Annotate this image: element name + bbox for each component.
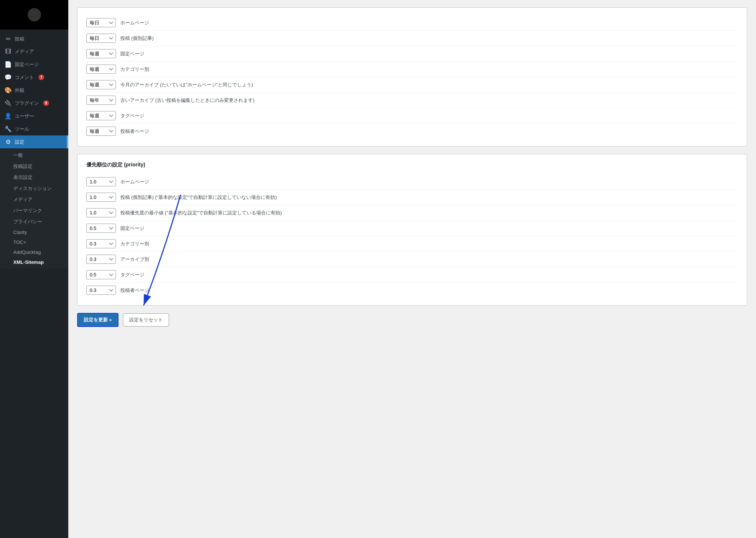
sidebar-label-settings: 設定: [15, 139, 24, 145]
comments-badge: 7: [38, 75, 44, 80]
freq-row-2: 毎週 毎時 毎日 毎月 毎年 固定ページ: [86, 46, 738, 62]
priority-label-posts-min: 投稿優先度の最小値 ("基本的な設定"で自動計算に設定している場合に有効): [120, 210, 282, 216]
submenu-writing[interactable]: 投稿設定: [0, 161, 68, 172]
pages-icon: 📄: [4, 61, 12, 68]
main-content: 毎日 毎時 毎週 毎月 毎年 ホームページ 毎日 毎時 毎週 毎月 毎年 投稿 …: [68, 0, 756, 538]
freq-select-posts[interactable]: 毎日 毎時 毎週 毎月 毎年: [86, 34, 116, 43]
priority-row-4: 0.31.00.90.8 0.70.60.50.4 0.20.10.0 カテゴリ…: [86, 236, 738, 252]
freq-label-categories: カテゴリー別: [120, 66, 149, 73]
freq-row-7: 毎週 毎時 毎日 毎月 毎年 投稿者ページ: [86, 124, 738, 139]
frequency-section: 毎日 毎時 毎週 毎月 毎年 ホームページ 毎日 毎時 毎週 毎月 毎年 投稿 …: [77, 7, 747, 146]
priority-select-posts-min[interactable]: 1.00.90.80.7 0.60.50.40.3 0.20.10.0: [86, 208, 116, 217]
actions-bar: 設定を更新 » 設定をリセット: [77, 313, 747, 327]
sidebar-item-comments[interactable]: 💬 コメント 7: [0, 71, 68, 84]
submenu-media[interactable]: メディア: [0, 194, 68, 205]
priority-row-1: 1.00.90.80.7 0.60.50.40.3 0.20.10.0 投稿 (…: [86, 190, 738, 205]
submenu-privacy[interactable]: プライバシー: [0, 216, 68, 227]
priority-label-pages: 固定ページ: [120, 225, 144, 232]
submenu-clarity[interactable]: Clarity: [0, 227, 68, 237]
priority-label-posts: 投稿 (個別記事) ("基本的な設定"で自動計算に設定していない場合に有効): [120, 194, 277, 201]
freq-select-pages[interactable]: 毎週 毎時 毎日 毎月 毎年: [86, 49, 116, 58]
submenu-toc[interactable]: TOC+: [0, 237, 68, 247]
plugins-badge: 9: [43, 100, 49, 106]
submenu-permalink[interactable]: パーマリンク: [0, 205, 68, 216]
sidebar: ✏ 投稿 🎞 メディア 📄 固定ページ 💬 コメント 7 🎨 外観 🔌 プラグイ…: [0, 0, 68, 538]
freq-label-tags: タグページ: [120, 113, 144, 119]
wp-icon: [28, 8, 41, 21]
sidebar-label-appearance: 外観: [15, 87, 24, 94]
sidebar-item-appearance[interactable]: 🎨 外観: [0, 84, 68, 97]
submenu-general[interactable]: 一般: [0, 150, 68, 161]
priority-select-pages[interactable]: 0.51.00.90.8 0.70.60.40.3 0.20.10.0: [86, 224, 116, 233]
users-icon: 👤: [4, 113, 12, 120]
priority-row-2: 1.00.90.80.7 0.60.50.40.3 0.20.10.0 投稿優先…: [86, 205, 738, 221]
sidebar-item-media[interactable]: 🎞 メディア: [0, 45, 68, 58]
priority-label-archive: アーカイブ別: [120, 256, 149, 263]
freq-row-5: 毎年 毎時 毎日 毎週 毎月 古いアーカイブ (古い投稿を編集したときにのみ変更…: [86, 93, 738, 108]
submenu-addquicktag[interactable]: AddQuicktag: [0, 247, 68, 257]
priority-row-5: 0.31.00.90.8 0.70.60.50.4 0.20.10.0 アーカイ…: [86, 252, 738, 267]
sidebar-label-tools: ツール: [15, 126, 29, 132]
freq-label-homepage: ホームページ: [120, 20, 149, 26]
reset-settings-button[interactable]: 設定をリセット: [123, 313, 169, 327]
save-settings-button[interactable]: 設定を更新 »: [77, 313, 118, 327]
freq-row-3: 毎週 毎時 毎日 毎月 毎年 カテゴリー別: [86, 62, 738, 77]
priority-label-author: 投稿者ページ: [120, 287, 149, 294]
freq-select-tags[interactable]: 毎週 毎時 毎日 毎月 毎年: [86, 111, 116, 120]
actions-wrapper: 設定を更新 » 設定をリセット: [77, 313, 747, 327]
freq-label-pages: 固定ページ: [120, 51, 144, 57]
sidebar-label-media: メディア: [15, 48, 34, 55]
priority-row-6: 0.51.00.90.8 0.70.60.40.3 0.20.10.0 タグペー…: [86, 267, 738, 283]
priority-row-3: 0.51.00.90.8 0.70.60.40.3 0.20.10.0 固定ペー…: [86, 221, 738, 236]
priority-select-posts[interactable]: 1.00.90.80.7 0.60.50.40.3 0.20.10.0: [86, 193, 116, 202]
freq-select-month-archive[interactable]: 毎週 毎時 毎日 毎月 毎年: [86, 80, 116, 89]
sidebar-item-pages[interactable]: 📄 固定ページ: [0, 58, 68, 71]
sidebar-label-plugins: プラグイン: [15, 100, 39, 107]
priority-label-homepage: ホームページ: [120, 179, 149, 185]
sidebar-label-pages: 固定ページ: [15, 61, 39, 68]
priority-section: 優先順位の設定 (priority) 1.00.90.80.7 0.60.50.…: [77, 154, 747, 306]
priority-select-homepage[interactable]: 1.00.90.80.7 0.60.50.40.3 0.20.10.0: [86, 177, 116, 186]
sidebar-label-posts: 投稿: [15, 36, 24, 42]
sidebar-menu: ✏ 投稿 🎞 メディア 📄 固定ページ 💬 コメント 7 🎨 外観 🔌 プラグイ…: [0, 30, 68, 538]
wp-logo: [0, 0, 68, 30]
freq-label-posts: 投稿 (個別記事): [120, 35, 154, 42]
priority-select-tags[interactable]: 0.51.00.90.8 0.70.60.40.3 0.20.10.0: [86, 270, 116, 279]
priority-label-tags: タグページ: [120, 272, 144, 278]
freq-select-author[interactable]: 毎週 毎時 毎日 毎月 毎年: [86, 127, 116, 136]
settings-submenu: 一般 投稿設定 表示設定 ディスカッション メディア パーマリンク プライバシー…: [0, 148, 68, 269]
submenu-xml-sitemap[interactable]: XML-Sitemap: [0, 257, 68, 267]
freq-row-4: 毎週 毎時 毎日 毎月 毎年 今月のアーカイブ (たいていは"ホームページ"と同…: [86, 77, 738, 93]
priority-select-author[interactable]: 0.31.00.90.8 0.70.60.50.4 0.20.10.0: [86, 286, 116, 295]
freq-row-1: 毎日 毎時 毎週 毎月 毎年 投稿 (個別記事): [86, 31, 738, 46]
sidebar-label-comments: コメント: [15, 74, 34, 81]
freq-label-old-archive: 古いアーカイブ (古い投稿を編集したときにのみ変更されます): [120, 97, 254, 104]
appearance-icon: 🎨: [4, 87, 12, 94]
freq-select-categories[interactable]: 毎週 毎時 毎日 毎月 毎年: [86, 65, 116, 74]
active-indicator: [67, 135, 68, 148]
freq-row-0: 毎日 毎時 毎週 毎月 毎年 ホームページ: [86, 15, 738, 31]
submenu-reading[interactable]: 表示設定: [0, 172, 68, 183]
sidebar-item-users[interactable]: 👤 ユーザー: [0, 110, 68, 123]
posts-icon: ✏: [4, 35, 12, 42]
sidebar-item-posts[interactable]: ✏ 投稿: [0, 32, 68, 45]
sidebar-item-plugins[interactable]: 🔌 プラグイン 9: [0, 97, 68, 110]
priority-select-categories[interactable]: 0.31.00.90.8 0.70.60.50.4 0.20.10.0: [86, 239, 116, 248]
submenu-discussion[interactable]: ディスカッション: [0, 183, 68, 194]
priority-label-categories: カテゴリー別: [120, 241, 149, 247]
freq-label-author: 投稿者ページ: [120, 128, 149, 135]
priority-section-title: 優先順位の設定 (priority): [86, 162, 738, 168]
comments-icon: 💬: [4, 74, 12, 81]
sidebar-item-settings[interactable]: ⚙ 設定: [0, 135, 68, 148]
plugins-icon: 🔌: [4, 100, 12, 107]
priority-row-0: 1.00.90.80.7 0.60.50.40.3 0.20.10.0 ホームペ…: [86, 174, 738, 190]
freq-label-month-archive: 今月のアーカイブ (たいていは"ホームページ"と同じでしょう): [120, 82, 253, 88]
settings-icon: ⚙: [4, 138, 12, 145]
sidebar-item-tools[interactable]: 🔧 ツール: [0, 123, 68, 135]
freq-row-6: 毎週 毎時 毎日 毎月 毎年 タグページ: [86, 108, 738, 124]
sidebar-label-users: ユーザー: [15, 113, 34, 120]
priority-select-archive[interactable]: 0.31.00.90.8 0.70.60.50.4 0.20.10.0: [86, 255, 116, 264]
freq-select-old-archive[interactable]: 毎年 毎時 毎日 毎週 毎月: [86, 96, 116, 105]
priority-row-7: 0.31.00.90.8 0.70.60.50.4 0.20.10.0 投稿者ペ…: [86, 283, 738, 298]
freq-select-homepage[interactable]: 毎日 毎時 毎週 毎月 毎年: [86, 18, 116, 27]
